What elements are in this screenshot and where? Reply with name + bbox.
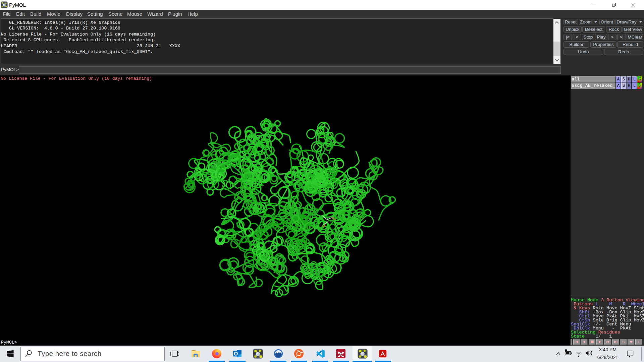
svg-text:F: F xyxy=(638,340,640,344)
svg-text:S: S xyxy=(622,340,625,344)
